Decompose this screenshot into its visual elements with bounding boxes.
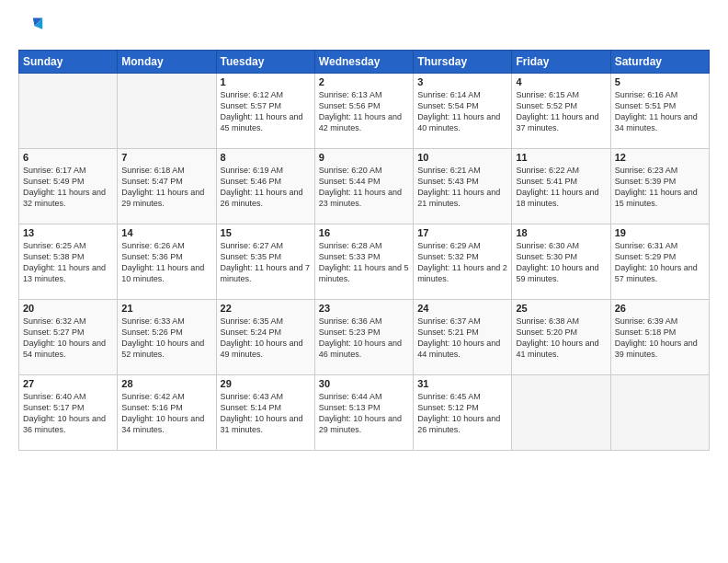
day-cell: 28Sunrise: 6:42 AMSunset: 5:16 PMDayligh…	[118, 375, 216, 451]
day-info: Sunrise: 6:22 AMSunset: 5:41 PMDaylight:…	[516, 165, 606, 210]
day-number: 27	[23, 378, 113, 389]
day-cell: 2Sunrise: 6:13 AMSunset: 5:56 PMDaylight…	[314, 74, 413, 149]
weekday-friday: Friday	[512, 51, 610, 74]
day-number: 17	[417, 227, 507, 238]
day-number: 22	[221, 303, 311, 314]
day-number: 7	[121, 152, 211, 163]
day-number: 10	[417, 152, 507, 163]
weekday-tuesday: Tuesday	[216, 51, 314, 74]
day-cell: 14Sunrise: 6:26 AMSunset: 5:36 PMDayligh…	[118, 224, 216, 300]
day-number: 9	[319, 152, 409, 163]
day-number: 5	[615, 76, 705, 87]
day-cell: 19Sunrise: 6:31 AMSunset: 5:29 PMDayligh…	[610, 224, 709, 300]
day-number: 24	[417, 303, 507, 314]
day-cell: 6Sunrise: 6:17 AMSunset: 5:49 PMDaylight…	[19, 149, 118, 224]
day-info: Sunrise: 6:35 AMSunset: 5:24 PMDaylight:…	[221, 316, 311, 361]
day-cell: 10Sunrise: 6:21 AMSunset: 5:43 PMDayligh…	[414, 149, 512, 224]
day-number: 14	[121, 227, 211, 238]
day-number: 20	[23, 303, 113, 314]
day-info: Sunrise: 6:12 AMSunset: 5:57 PMDaylight:…	[221, 89, 311, 134]
day-info: Sunrise: 6:19 AMSunset: 5:46 PMDaylight:…	[221, 165, 311, 210]
week-row-1: 1Sunrise: 6:12 AMSunset: 5:57 PMDaylight…	[19, 74, 710, 149]
day-info: Sunrise: 6:30 AMSunset: 5:30 PMDaylight:…	[516, 240, 606, 285]
day-cell: 7Sunrise: 6:18 AMSunset: 5:47 PMDaylight…	[118, 149, 216, 224]
day-info: Sunrise: 6:45 AMSunset: 5:12 PMDaylight:…	[417, 391, 507, 436]
day-info: Sunrise: 6:39 AMSunset: 5:18 PMDaylight:…	[615, 316, 705, 361]
day-cell: 26Sunrise: 6:39 AMSunset: 5:18 PMDayligh…	[610, 300, 709, 375]
day-info: Sunrise: 6:42 AMSunset: 5:16 PMDaylight:…	[121, 391, 211, 436]
day-info: Sunrise: 6:20 AMSunset: 5:44 PMDaylight:…	[319, 165, 409, 210]
day-cell: 5Sunrise: 6:16 AMSunset: 5:51 PMDaylight…	[610, 74, 709, 149]
day-number: 8	[221, 152, 311, 163]
week-row-3: 13Sunrise: 6:25 AMSunset: 5:38 PMDayligh…	[19, 224, 710, 300]
day-number: 12	[615, 152, 705, 163]
day-number: 16	[319, 227, 409, 238]
day-cell: 21Sunrise: 6:33 AMSunset: 5:26 PMDayligh…	[118, 300, 216, 375]
day-cell	[118, 74, 216, 149]
day-cell: 27Sunrise: 6:40 AMSunset: 5:17 PMDayligh…	[19, 375, 118, 451]
day-info: Sunrise: 6:26 AMSunset: 5:36 PMDaylight:…	[121, 240, 211, 285]
day-info: Sunrise: 6:23 AMSunset: 5:39 PMDaylight:…	[615, 165, 705, 210]
header	[18, 15, 710, 40]
day-cell	[610, 375, 709, 451]
day-cell: 30Sunrise: 6:44 AMSunset: 5:13 PMDayligh…	[314, 375, 413, 451]
week-row-2: 6Sunrise: 6:17 AMSunset: 5:49 PMDaylight…	[19, 149, 710, 224]
day-info: Sunrise: 6:37 AMSunset: 5:21 PMDaylight:…	[417, 316, 507, 361]
day-info: Sunrise: 6:38 AMSunset: 5:20 PMDaylight:…	[516, 316, 606, 361]
day-number: 30	[319, 378, 409, 389]
day-number: 15	[221, 227, 311, 238]
calendar-table: SundayMondayTuesdayWednesdayThursdayFrid…	[18, 50, 710, 451]
day-number: 18	[516, 227, 606, 238]
day-number: 26	[615, 303, 705, 314]
day-cell: 20Sunrise: 6:32 AMSunset: 5:27 PMDayligh…	[19, 300, 118, 375]
day-number: 19	[615, 227, 705, 238]
day-info: Sunrise: 6:21 AMSunset: 5:43 PMDaylight:…	[417, 165, 507, 210]
day-cell: 17Sunrise: 6:29 AMSunset: 5:32 PMDayligh…	[414, 224, 512, 300]
day-number: 11	[516, 152, 606, 163]
day-info: Sunrise: 6:28 AMSunset: 5:33 PMDaylight:…	[319, 240, 409, 285]
day-info: Sunrise: 6:15 AMSunset: 5:52 PMDaylight:…	[516, 89, 606, 134]
day-info: Sunrise: 6:36 AMSunset: 5:23 PMDaylight:…	[319, 316, 409, 361]
day-info: Sunrise: 6:44 AMSunset: 5:13 PMDaylight:…	[319, 391, 409, 436]
day-number: 28	[121, 378, 211, 389]
weekday-wednesday: Wednesday	[314, 51, 413, 74]
day-cell: 18Sunrise: 6:30 AMSunset: 5:30 PMDayligh…	[512, 224, 610, 300]
day-info: Sunrise: 6:17 AMSunset: 5:49 PMDaylight:…	[23, 165, 113, 210]
day-info: Sunrise: 6:13 AMSunset: 5:56 PMDaylight:…	[319, 89, 409, 134]
day-cell: 13Sunrise: 6:25 AMSunset: 5:38 PMDayligh…	[19, 224, 118, 300]
day-number: 1	[221, 76, 311, 87]
day-number: 13	[23, 227, 113, 238]
day-cell: 31Sunrise: 6:45 AMSunset: 5:12 PMDayligh…	[414, 375, 512, 451]
day-cell: 3Sunrise: 6:14 AMSunset: 5:54 PMDaylight…	[414, 74, 512, 149]
day-cell	[512, 375, 610, 451]
day-cell: 16Sunrise: 6:28 AMSunset: 5:33 PMDayligh…	[314, 224, 413, 300]
day-cell: 9Sunrise: 6:20 AMSunset: 5:44 PMDaylight…	[314, 149, 413, 224]
day-info: Sunrise: 6:32 AMSunset: 5:27 PMDaylight:…	[23, 316, 113, 361]
day-number: 31	[417, 378, 507, 389]
day-cell: 29Sunrise: 6:43 AMSunset: 5:14 PMDayligh…	[216, 375, 314, 451]
day-number: 2	[319, 76, 409, 87]
day-number: 23	[319, 303, 409, 314]
weekday-thursday: Thursday	[414, 51, 512, 74]
day-cell: 24Sunrise: 6:37 AMSunset: 5:21 PMDayligh…	[414, 300, 512, 375]
day-cell: 4Sunrise: 6:15 AMSunset: 5:52 PMDaylight…	[512, 74, 610, 149]
day-info: Sunrise: 6:40 AMSunset: 5:17 PMDaylight:…	[23, 391, 113, 436]
weekday-header-row: SundayMondayTuesdayWednesdayThursdayFrid…	[19, 51, 710, 74]
week-row-4: 20Sunrise: 6:32 AMSunset: 5:27 PMDayligh…	[19, 300, 710, 375]
day-cell: 12Sunrise: 6:23 AMSunset: 5:39 PMDayligh…	[610, 149, 709, 224]
logo	[18, 15, 48, 40]
day-info: Sunrise: 6:31 AMSunset: 5:29 PMDaylight:…	[615, 240, 705, 285]
weekday-saturday: Saturday	[610, 51, 709, 74]
day-info: Sunrise: 6:27 AMSunset: 5:35 PMDaylight:…	[221, 240, 311, 285]
day-cell: 25Sunrise: 6:38 AMSunset: 5:20 PMDayligh…	[512, 300, 610, 375]
day-info: Sunrise: 6:29 AMSunset: 5:32 PMDaylight:…	[417, 240, 507, 285]
weekday-sunday: Sunday	[19, 51, 118, 74]
logo-icon	[18, 15, 44, 40]
page: SundayMondayTuesdayWednesdayThursdayFrid…	[0, 0, 728, 563]
day-number: 6	[23, 152, 113, 163]
day-cell: 23Sunrise: 6:36 AMSunset: 5:23 PMDayligh…	[314, 300, 413, 375]
day-number: 21	[121, 303, 211, 314]
weekday-monday: Monday	[118, 51, 216, 74]
day-cell: 1Sunrise: 6:12 AMSunset: 5:57 PMDaylight…	[216, 74, 314, 149]
day-info: Sunrise: 6:16 AMSunset: 5:51 PMDaylight:…	[615, 89, 705, 134]
